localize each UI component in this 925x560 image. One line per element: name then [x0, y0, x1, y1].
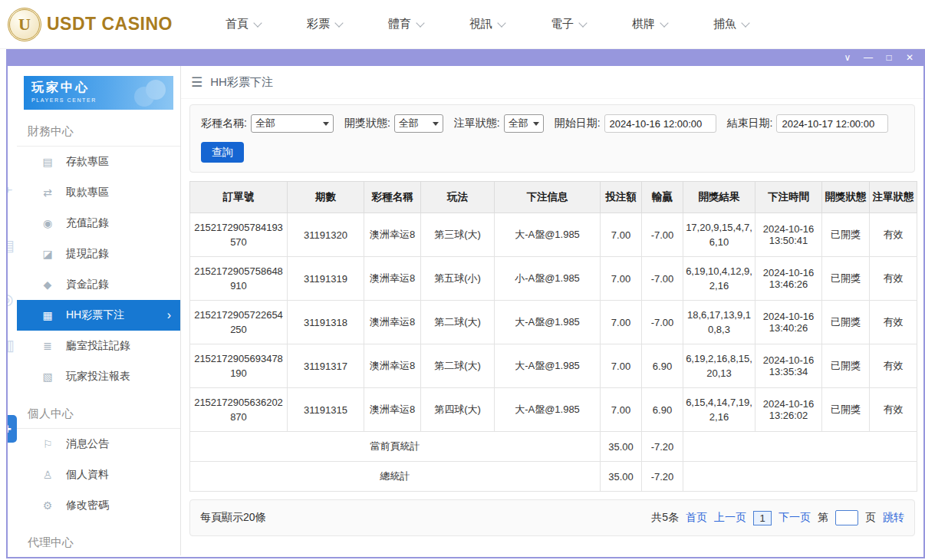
sidebar-item-announcements[interactable]: ⚐消息公告 [17, 429, 180, 460]
bets-table: 訂單號期數彩種名稱玩法下注信息投注額輸贏開獎結果下注時間開獎狀態注單狀態 215… [189, 181, 917, 492]
cell-order-status: 有效 [870, 257, 917, 301]
sidebar-item-label: HH彩票下注 [66, 308, 124, 322]
chevron-down-icon [533, 122, 539, 126]
chevron-down-icon [253, 18, 262, 27]
main-nav: 首頁彩票體育視訊電子棋牌捕魚 [225, 17, 795, 31]
sidebar-item-label: 廳室投註記錄 [66, 339, 130, 353]
start-date-input[interactable] [604, 114, 716, 133]
main-content: ☰ HH彩票下注 彩種名稱: 全部 開獎狀態: 全部 [181, 66, 923, 555]
brand-logo[interactable]: U USDT CASINO [0, 8, 183, 41]
cell-play-type: 第三球(大) [421, 213, 495, 257]
chevron-down-icon [741, 18, 749, 27]
cell-period: 31191319 [288, 257, 364, 301]
player-center-window: ∨ — □ ✕ ✈▤◎▥✚ 玩家中心 PLAYERS CENTER 財務中心▤存… [6, 49, 925, 558]
cell-draw-status: 已開獎 [822, 344, 870, 388]
jump-page-link[interactable]: 跳转 [883, 511, 904, 525]
nav-item-fishing[interactable]: 捕魚 [713, 17, 749, 31]
first-page-link[interactable]: 首页 [686, 511, 707, 525]
deposit-card-icon: ▤ [41, 156, 54, 168]
top-navigation: U USDT CASINO 首頁彩票體育視訊電子棋牌捕魚 [0, 0, 925, 49]
nav-item-label: 棋牌 [632, 17, 655, 31]
cell-win-loss: 6.90 [642, 388, 683, 432]
usdt-casino-logo-icon: U [8, 8, 41, 41]
order-status-label: 注單狀態: [454, 117, 500, 130]
cell-play-type: 第二球(大) [421, 301, 495, 344]
cell-play-type: 第二球(大) [421, 344, 495, 388]
chevron-down-icon [334, 18, 343, 27]
cell-period: 31191318 [288, 301, 364, 344]
summary-empty [683, 462, 917, 492]
cell-order-status: 有效 [870, 344, 917, 388]
window-maximize-button[interactable]: □ [881, 49, 897, 66]
end-date-input[interactable] [776, 114, 888, 133]
table-row: 215217290572265425031191318澳洲幸运8第二球(大)大-… [190, 301, 917, 344]
draw-status-select[interactable]: 全部 [394, 114, 443, 133]
nav-item-label: 視訊 [469, 17, 492, 31]
page-size-text: 每頁顯示20條 [200, 511, 266, 525]
next-page-link[interactable]: 下一页 [779, 511, 811, 525]
recharge-icon: ◉ [41, 217, 54, 229]
nav-item-sports[interactable]: 體育 [388, 17, 423, 31]
lottery-name-label: 彩種名稱: [201, 117, 247, 130]
end-date-label: 結束日期: [727, 117, 773, 130]
sidebar-item-recharge-records[interactable]: ◉充值記錄 [17, 208, 180, 239]
order-status-select[interactable]: 全部 [504, 114, 544, 133]
sidebar-item-change-password[interactable]: ⚙修改密碼 [17, 490, 180, 521]
ghost-plane-icon: ✈ [8, 181, 13, 199]
cell-bet-time: 2024-10-16 13:40:26 [755, 301, 822, 344]
current-page-button[interactable]: 1 [753, 511, 772, 525]
lottery-bets-icon: ▦ [41, 309, 54, 321]
lottery-name-select[interactable]: 全部 [251, 114, 334, 133]
nav-item-home[interactable]: 首頁 [225, 17, 261, 31]
pager: 共5条 首页 上一页 1 下一页 第 页 跳转 [651, 510, 904, 525]
sidebar-item-hall-bet-records[interactable]: ≣廳室投註記錄 [17, 331, 180, 361]
lottery-name-value: 全部 [255, 117, 275, 130]
cell-order-id: 2152172905693478190 [190, 344, 288, 388]
cell-draw-status: 已開獎 [822, 257, 870, 301]
nav-item-board-games[interactable]: 棋牌 [632, 17, 667, 31]
cell-period: 31191320 [288, 213, 364, 257]
window-minimize-button[interactable]: — [861, 49, 876, 66]
banner-decoration [146, 80, 166, 100]
search-button[interactable]: 查詢 [201, 142, 244, 163]
brand-name: USDT CASINO [47, 14, 173, 35]
cell-bet-amount: 7.00 [601, 301, 642, 344]
nav-item-lottery[interactable]: 彩票 [307, 17, 342, 31]
menu-toggle-icon[interactable]: ☰ [191, 74, 202, 91]
cell-bet-amount: 7.00 [601, 344, 642, 388]
nav-item-live-video[interactable]: 視訊 [469, 17, 505, 31]
sidebar-item-label: 取款專區 [66, 186, 109, 199]
summary-empty [683, 432, 917, 462]
order-status-value: 全部 [509, 117, 528, 130]
nav-item-slots[interactable]: 電子 [551, 17, 586, 31]
cell-order-status: 有效 [870, 388, 917, 432]
cell-order-id: 2152172905784193570 [190, 213, 288, 257]
sidebar-section-personal-center: 個人中心 [17, 399, 180, 429]
col-header-order-id: 訂單號 [190, 182, 288, 213]
cell-bet-time: 2024-10-16 13:26:02 [755, 388, 822, 432]
total-count-text: 共5条 [651, 511, 679, 525]
cell-bet-info: 大-A盤@1.985 [495, 388, 601, 432]
report-icon: ▧ [41, 371, 54, 383]
cell-bet-time: 2024-10-16 13:46:26 [755, 257, 822, 301]
page-number-input[interactable] [835, 510, 858, 525]
cell-draw-result: 18,6,17,13,9,10,8,3 [683, 301, 755, 344]
window-close-button[interactable]: ✕ [902, 49, 917, 66]
table-header-row: 訂單號期數彩種名稱玩法下注信息投注額輸贏開獎結果下注時間開獎狀態注單狀態 [190, 182, 917, 213]
sidebar-item-player-bet-report[interactable]: ▧玩家投注報表 [17, 361, 180, 392]
window-rollup-button[interactable]: ∨ [840, 49, 855, 66]
cell-period: 31191317 [288, 344, 364, 388]
nav-item-label: 體育 [388, 17, 411, 31]
sidebar-item-deposit-area[interactable]: ▤存款專區 [17, 147, 180, 177]
prev-page-link[interactable]: 上一页 [714, 511, 746, 525]
person-icon: ♙ [41, 469, 54, 481]
sidebar-item-withdrawal-records[interactable]: ◪提現記錄 [17, 239, 180, 269]
cell-bet-time: 2024-10-16 13:35:34 [755, 344, 822, 388]
cell-order-status: 有效 [870, 213, 917, 257]
col-header-bet-amount: 投注額 [601, 182, 642, 213]
sidebar-item-withdrawal-area[interactable]: ⇄取款專區 [17, 177, 180, 208]
sidebar-item-hh-lottery-bets[interactable]: ▦HH彩票下注› [17, 300, 180, 331]
sidebar-item-profile[interactable]: ♙個人資料 [17, 460, 180, 490]
cell-draw-status: 已開獎 [822, 388, 870, 432]
sidebar-item-funds-records[interactable]: ◆資金記錄 [17, 269, 180, 300]
